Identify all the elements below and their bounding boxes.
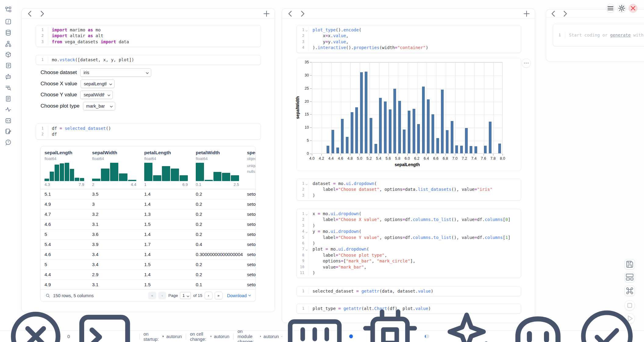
axis-tick (341, 154, 341, 155)
column-header-petalLength[interactable]: petalLengthfloat6416.9 (144, 146, 196, 189)
sidebar-item-scroll[interactable] (4, 61, 12, 69)
code-cell-xyplot[interactable]: 1x = mo.ui.dropdown(2 label="Choose X va… (296, 209, 521, 278)
dropdown-select[interactable]: sepalLength (80, 80, 115, 88)
table-summary: 150 rows, 5 columns (53, 293, 94, 298)
last-page-button[interactable]: » (215, 292, 223, 299)
copilot-button[interactable] (506, 304, 570, 342)
sidebar-item-logs-search[interactable] (4, 84, 12, 92)
column-scroll-right-button[interactable] (38, 10, 46, 18)
column-scroll-left-button[interactable] (286, 10, 294, 18)
chart-bar (431, 114, 434, 153)
chart-menu-button[interactable] (522, 59, 531, 68)
column-header-sepalLength[interactable]: sepalLengthfloat644.37.9 (45, 146, 92, 189)
table-row[interactable]: 53.61.40.2setosa (41, 230, 256, 240)
command-palette-button[interactable] (624, 286, 635, 296)
sidebar-item-documentation[interactable] (4, 94, 12, 103)
download-button[interactable]: Download (227, 293, 252, 298)
layout-toggle-button[interactable] (624, 272, 635, 282)
memory-usage-meter[interactable] (349, 334, 353, 338)
column-scroll-right-button[interactable] (561, 10, 569, 18)
sidebar-item-help[interactable]: ? (4, 138, 12, 146)
errors-indicator[interactable]: 0 (6, 307, 70, 342)
fold-toggle-icon[interactable] (305, 248, 308, 250)
fold-toggle-icon[interactable] (305, 182, 308, 185)
code-cell-plot[interactable]: 1plot_type().encode(2 x=x.value,3 y=y.va… (296, 25, 521, 53)
code-text: dataset = mo.ui.dropdown( (309, 181, 377, 187)
empty-code-cell[interactable]: 1 Start coding or generate with AI (553, 24, 644, 46)
column-scroll-left-button[interactable] (26, 10, 34, 18)
search-icon[interactable] (45, 293, 50, 298)
table-row[interactable]: 53.41.50.2setosa (41, 260, 256, 270)
cpu-usage-meter[interactable] (425, 334, 429, 338)
page-select[interactable]: 1 (180, 292, 191, 299)
dropdown-select[interactable]: iris (80, 68, 151, 77)
table-row[interactable]: 4.931.40.2setosa (41, 199, 256, 209)
axis-tick (310, 127, 312, 128)
notebook-menu-button[interactable] (606, 4, 615, 12)
runtime-setting-3[interactable]: on module change:autorun (238, 329, 283, 342)
table-row[interactable]: 4.73.21.30.2setosa (41, 209, 256, 219)
code-cell-imports[interactable]: 1import marimo as mo2import altair as al… (36, 25, 261, 47)
x-tick-label: 8.0 (500, 156, 505, 161)
sidebar-item-tracing[interactable] (4, 105, 12, 113)
chevron-left-icon (549, 10, 557, 18)
code-cell-selected-dataset[interactable]: 1selected_dataset = getattr(data, datase… (296, 286, 521, 296)
notebook-column-3: 1 Start coding or generate with AI (546, 9, 644, 62)
next-page-button[interactable]: › (205, 292, 213, 299)
fold-toggle-icon[interactable] (305, 28, 308, 31)
table-row[interactable]: 5.13.51.40.2setosa (41, 189, 256, 199)
sidebar-item-file-tree[interactable] (4, 5, 12, 13)
shutdown-button[interactable] (629, 4, 637, 12)
cpu-icon (358, 304, 422, 342)
terminal-button[interactable] (74, 306, 135, 342)
column-header-petalWidth[interactable]: petalWidthfloat640.12.5 (196, 146, 247, 189)
connection-status-icon[interactable] (575, 304, 639, 342)
table-cell: 3.1 (92, 219, 144, 229)
chart-output: 051015202530354.04.24.44.64.85.05.25.45.… (296, 58, 521, 171)
code-cell-dataset[interactable]: 1dataset = mo.ui.dropdown(2 label="Choos… (296, 179, 521, 201)
sidebar-item-snippets[interactable] (4, 116, 12, 125)
code-text: plot = mo.ui.dropdown( (309, 246, 369, 252)
runtime-setting-2[interactable]: on cell change:autorun (190, 331, 229, 342)
sidebar-item-function[interactable]: f (4, 17, 12, 26)
sidebar-item-dependency-graph[interactable] (4, 40, 12, 48)
table-row[interactable]: 5.43.91.70.4setosa (41, 240, 256, 250)
sidebar-item-chat-bot[interactable] (4, 73, 12, 81)
code-text: mo.vstack([dataset, x, y, plot]) (48, 57, 134, 63)
runtime-setting-1[interactable]: on startup:autorun (143, 331, 182, 342)
table-row[interactable]: 4.42.91.40.2setosa (41, 270, 256, 280)
generate-with-ai-link[interactable]: generate (610, 33, 631, 37)
column-scroll-right-button[interactable] (299, 10, 306, 18)
ai-sparkles-button[interactable] (437, 304, 501, 342)
add-cell-button[interactable] (263, 10, 270, 18)
sidebar-item-packages[interactable] (4, 50, 12, 59)
add-cell-button[interactable] (523, 10, 531, 18)
column-header-species[interactable]: speciesobjectuniquenulls: (247, 146, 256, 189)
chart-bar (470, 146, 472, 153)
sidebar-item-scratchpad[interactable] (4, 127, 12, 135)
sidebar-item-database[interactable] (4, 28, 12, 37)
scratchpad-icon (5, 128, 12, 135)
table-cell: 5 (45, 260, 92, 269)
column-header-sepalWidth[interactable]: sepalWidthfloat6424.4 (92, 146, 144, 189)
code-text: plot_type().encode( (309, 27, 361, 33)
dropdown-select[interactable]: mark_bar (83, 102, 115, 110)
dropdown-select[interactable]: sepalWidth (80, 91, 113, 99)
table-row[interactable]: 4.63.11.50.2setosa (41, 219, 256, 230)
code-cell-vstack[interactable]: 1mo.vstack([dataset, x, y, plot]) (36, 55, 261, 65)
column-scroll-left-button[interactable] (549, 10, 557, 18)
first-page-button[interactable]: « (148, 292, 156, 299)
prev-page-button[interactable]: ‹ (158, 292, 166, 299)
column-name: species (247, 150, 248, 155)
line-number: 3 (297, 39, 309, 45)
table-row[interactable]: 4.63.41.40.30000000000000004setosa (41, 250, 256, 260)
code-cell-df[interactable]: 1df = selected_dataset()2df (36, 123, 261, 140)
bar-chart[interactable] (312, 62, 503, 154)
settings-button[interactable] (617, 4, 626, 12)
table-row[interactable]: 4.93.11.50.1setosa (41, 280, 256, 290)
chart-bar (355, 107, 358, 153)
fold-toggle-icon[interactable] (305, 230, 308, 233)
fold-toggle-icon[interactable] (305, 212, 308, 215)
line-number: 1 (36, 27, 48, 33)
save-button[interactable] (624, 259, 635, 269)
